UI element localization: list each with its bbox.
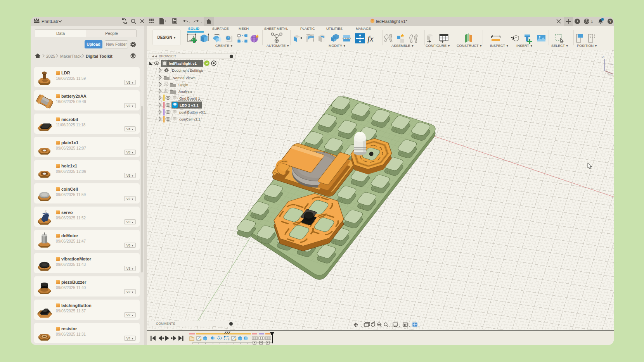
svg-text:ledFlashlight v1: ledFlashlight v1 bbox=[169, 61, 197, 66]
svg-text:Analysis: Analysis bbox=[178, 89, 192, 93]
svg-text:1: 1 bbox=[591, 19, 593, 24]
svg-text:2025: 2025 bbox=[46, 54, 55, 59]
svg-text:fx: fx bbox=[367, 34, 374, 43]
svg-text:LED 2 v3:1: LED 2 v3:1 bbox=[180, 103, 199, 107]
svg-text:Named Views: Named Views bbox=[173, 76, 196, 80]
svg-text:Grid Board 1: Grid Board 1 bbox=[179, 96, 200, 100]
svg-text:Origin: Origin bbox=[178, 83, 188, 87]
svg-text:ledFlashlight v1*: ledFlashlight v1* bbox=[376, 19, 407, 24]
svg-text:Digital Toolkit: Digital Toolkit bbox=[86, 54, 113, 59]
svg-text:?: ? bbox=[609, 19, 611, 24]
svg-text:coinCell v2:1: coinCell v2:1 bbox=[179, 117, 200, 121]
svg-text:PrintLab: PrintLab bbox=[42, 19, 58, 24]
svg-text:Document Settings: Document Settings bbox=[172, 68, 203, 72]
svg-text:MakerTrack: MakerTrack bbox=[60, 54, 82, 59]
svg-text:pushButton v3:1: pushButton v3:1 bbox=[179, 110, 206, 114]
